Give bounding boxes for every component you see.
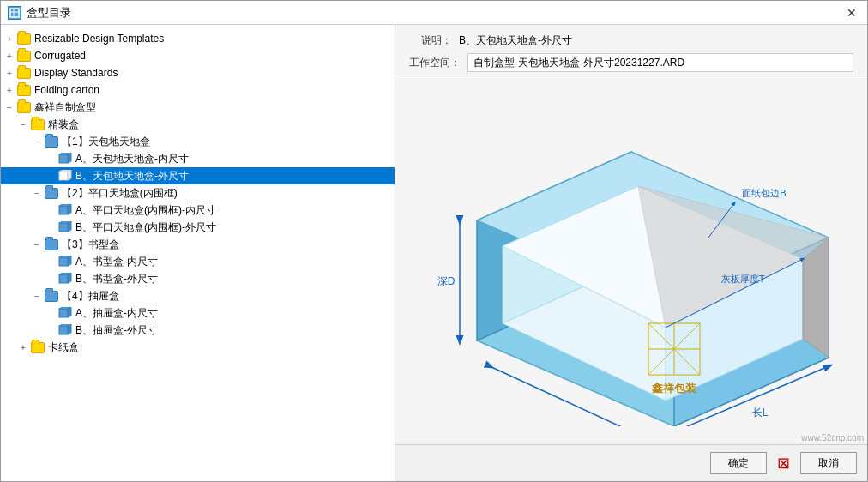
expand-folding[interactable]: + (3, 83, 16, 97)
folder-icon-resizable (16, 32, 32, 45)
expand-cat2[interactable]: − (30, 186, 44, 200)
tree-item-display[interactable]: + Display Standards (1, 64, 395, 81)
expand-kapian[interactable]: + (16, 340, 30, 354)
svg-rect-21 (59, 309, 68, 317)
label-cat4: 【4】抽屉盒 (62, 289, 119, 304)
folder-icon-cat3 (44, 238, 59, 251)
box-icon-cat1b (57, 169, 73, 183)
label-cat2a: A、平口天地盒(内围框)-内尺寸 (75, 203, 216, 218)
svg-rect-6 (59, 172, 68, 180)
brand-logo: ⊠ (777, 454, 790, 473)
folder-icon-corrugated (16, 49, 32, 63)
box-icon-cat4b (57, 323, 73, 337)
tree-item-cat2a[interactable]: + A、平口天地盒(内围框)-内尺寸 (1, 202, 395, 219)
folder-icon-xixiang (16, 100, 32, 114)
watermark: www.52cnp.com (801, 433, 864, 443)
tree-item-cat1a[interactable]: + A、天包地天地盒-内尺寸 (1, 150, 395, 167)
label-cat3b: B、书型盒-外尺寸 (75, 272, 158, 286)
tree-item-cat4a[interactable]: + A、抽屉盒-内尺寸 (1, 304, 395, 322)
preview-area: 鑫祥包装 深D 宽W 长L 灰板厚度 (395, 81, 867, 444)
box-icon-cat1a (57, 152, 73, 166)
label-cat3a: A、书型盒-内尺寸 (75, 255, 158, 269)
label-cat1a: A、天包地天地盒-内尺寸 (75, 152, 189, 166)
expand-xixiang[interactable]: − (3, 100, 16, 114)
expand-cat3[interactable]: − (30, 238, 44, 251)
label-cat2: 【2】平口天地盒(内围框) (62, 186, 178, 201)
label-jingzhuang: 精装盒 (48, 117, 79, 132)
label-resizable: Resizable Design Templates (34, 33, 164, 45)
svg-rect-3 (59, 154, 68, 163)
label-cat2b: B、平口天地盒(内围框)-外尺寸 (75, 220, 216, 235)
box-icon-cat2b (57, 220, 73, 234)
window-icon (8, 6, 21, 20)
svg-rect-9 (59, 206, 68, 214)
tree-item-resizable[interactable]: + Resizable Design Templates (1, 30, 395, 47)
tree-item-cat4b[interactable]: + B、抽屉盒-外尺寸 (1, 322, 395, 339)
svg-text:灰板厚度T: 灰板厚度T (721, 274, 765, 284)
label-cat4a: A、抽屉盒-内尺寸 (75, 306, 158, 321)
expand-corrugated[interactable]: + (3, 49, 16, 63)
workspace-label: 工作空间： (409, 56, 461, 70)
tree-item-corrugated[interactable]: + Corrugated (1, 47, 395, 64)
label-cat3: 【3】书型盒 (62, 238, 119, 252)
tree-item-jingzhuang[interactable]: − 精装盒 (1, 116, 395, 133)
box-icon-cat3b (57, 272, 73, 286)
label-corrugated: Corrugated (34, 50, 86, 62)
tree-item-cat3[interactable]: − 【3】书型盒 (1, 236, 395, 253)
bottom-bar: 确定 ⊠ 取消 (395, 444, 867, 481)
box-icon-cat4a (57, 306, 73, 320)
right-panel: 说明： B、天包地天地盒-外尺寸 工作空间： (395, 25, 867, 481)
folder-icon-kapian (30, 340, 45, 354)
expand-cat1[interactable]: − (30, 135, 44, 148)
tree-item-cat2b[interactable]: + B、平口天地盒(内围框)-外尺寸 (1, 219, 395, 236)
left-panel: + Resizable Design Templates + Corrugate… (1, 25, 395, 481)
title-bar-left: 盒型目录 (8, 5, 71, 21)
tree-item-cat1b[interactable]: + B、天包地天地盒-外尺寸 (1, 167, 395, 184)
folder-icon-folding (16, 83, 32, 97)
tree-item-folding[interactable]: + Folding carton (1, 81, 395, 99)
desc-value: B、天包地天地盒-外尺寸 (459, 33, 572, 48)
confirm-button[interactable]: 确定 (710, 452, 767, 474)
close-button[interactable]: ✕ (843, 4, 860, 21)
main-content: + Resizable Design Templates + Corrugate… (1, 25, 867, 481)
label-folding: Folding carton (34, 84, 99, 96)
label-cat1b: B、天包地天地盒-外尺寸 (75, 169, 189, 184)
main-window: 盒型目录 ✕ + Resizable Design Templates + (0, 0, 868, 482)
label-xixiang: 鑫祥自制盒型 (34, 100, 96, 115)
tree-item-kapian[interactable]: + 卡纸盒 (1, 339, 395, 356)
desc-row: 说明： B、天包地天地盒-外尺寸 (409, 33, 853, 48)
svg-text:鑫祥包装: 鑫祥包装 (652, 382, 697, 395)
folder-icon-cat2 (44, 186, 59, 200)
tree-item-cat3b[interactable]: + B、书型盒-外尺寸 (1, 270, 395, 287)
tree-item-cat1[interactable]: − 【1】天包地天地盒 (1, 133, 395, 150)
expand-display[interactable]: + (3, 66, 16, 80)
title-bar: 盒型目录 ✕ (1, 1, 867, 25)
workspace-row: 工作空间： (409, 53, 853, 72)
info-bar: 说明： B、天包地天地盒-外尺寸 工作空间： (395, 25, 867, 81)
svg-text:长L: 长L (752, 407, 769, 419)
folder-icon-cat4 (44, 289, 59, 303)
expand-cat4[interactable]: − (30, 289, 44, 303)
label-display: Display Standards (34, 67, 118, 79)
expand-jingzhuang[interactable]: − (16, 117, 30, 131)
svg-text:面纸包边B: 面纸包边B (742, 188, 786, 198)
svg-rect-0 (10, 9, 19, 17)
box-icon-cat2a (57, 203, 73, 217)
box-icon-cat3a (57, 255, 73, 268)
tree-item-xixiang[interactable]: − 鑫祥自制盒型 (1, 99, 395, 116)
svg-rect-18 (59, 274, 68, 283)
tree-item-cat3a[interactable]: + A、书型盒-内尺寸 (1, 253, 395, 270)
svg-rect-24 (59, 326, 68, 334)
cancel-button[interactable]: 取消 (800, 452, 857, 474)
label-cat4b: B、抽屉盒-外尺寸 (75, 323, 158, 338)
desc-label: 说明： (409, 33, 452, 48)
tree-item-cat4[interactable]: − 【4】抽屉盒 (1, 287, 395, 304)
folder-icon-cat1 (44, 135, 59, 148)
svg-rect-12 (59, 223, 68, 232)
label-cat1: 【1】天包地天地盒 (62, 135, 150, 149)
expand-resizable[interactable]: + (3, 32, 16, 45)
box-3d-svg: 鑫祥包装 深D 宽W 长L 灰板厚度 (408, 100, 854, 426)
tree-item-cat2[interactable]: − 【2】平口天地盒(内围框) (1, 184, 395, 202)
label-kapian: 卡纸盒 (48, 340, 79, 355)
workspace-input[interactable] (467, 53, 853, 72)
